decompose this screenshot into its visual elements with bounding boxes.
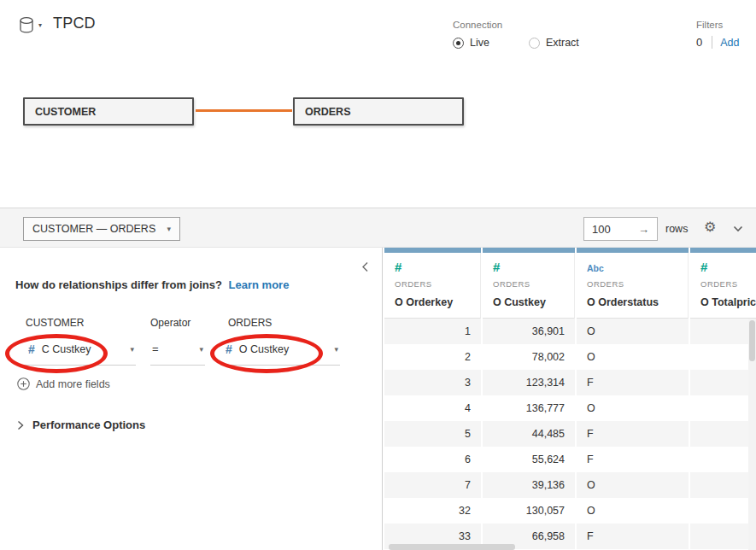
column-header[interactable]: #ORDERSO Custkey (483, 253, 575, 319)
grid-cell: F (577, 421, 689, 447)
number-field-icon: # (700, 260, 756, 277)
chevron-down-icon: ▾ (199, 345, 205, 354)
grid-cell: 46,9 (690, 344, 756, 370)
grid-cell: 173,6 (690, 319, 756, 344)
grid-cell: 32 (384, 498, 481, 524)
grid-cell: O (577, 319, 689, 344)
apply-rows-arrow-icon[interactable]: → (638, 223, 649, 236)
chevron-down-icon: ▾ (38, 21, 42, 29)
grid-cell: 208,6 (690, 498, 756, 524)
column-header[interactable]: #ORDERSO Orderkey (384, 253, 481, 319)
grid-cell: 44,485 (483, 421, 575, 447)
column-field-name: O Custkey (493, 296, 574, 308)
grid-cell: 5 (384, 421, 481, 447)
grid-cell: 7 (384, 472, 481, 498)
grid-cell: O (577, 344, 689, 370)
column-table-name: ORDERS (493, 279, 574, 289)
filters-section: Filters 0 Add (696, 20, 739, 49)
grid-cell: 252,0 (690, 472, 756, 498)
grid-cell: F (577, 524, 689, 549)
performance-options-expander[interactable]: Performance Options (17, 418, 145, 431)
column-field-name: O Orderkey (395, 296, 480, 308)
divider (712, 36, 712, 49)
grid-cell: F (577, 370, 689, 395)
table-node-orders[interactable]: ORDERS (293, 97, 464, 126)
grid-cell: 32, (690, 395, 756, 421)
column-field-name: O Orderstatus (587, 296, 688, 308)
collapse-preview-chevron-icon[interactable] (733, 225, 743, 232)
connection-section: Connection Live Extract (453, 20, 579, 49)
grid-cell: 123,314 (483, 370, 575, 395)
filters-label: Filters (696, 20, 739, 30)
radio-extract[interactable]: Extract (529, 37, 579, 49)
chevron-down-icon: ▾ (167, 225, 171, 233)
grid-cell: 1 (384, 319, 481, 344)
number-field-icon: # (226, 342, 232, 356)
grid-cell: 130,057 (483, 498, 575, 524)
connection-label: Connection (453, 20, 579, 30)
left-table-column-label: CUSTOMER (26, 317, 84, 329)
column-table-name: ORDERS (395, 279, 480, 289)
data-preview-grid: #ORDERSO Orderkey12345673233#ORDERSO Cus… (384, 248, 756, 550)
grid-cell: 136,777 (483, 395, 575, 421)
chevron-down-icon: ▾ (334, 345, 340, 354)
vertical-scrollbar[interactable] (748, 319, 756, 550)
column-field-name: O Totalprice (700, 296, 756, 308)
grid-cell: 78,002 (483, 344, 575, 370)
grid-column: #ORDERSO Custkey36,90178,002123,314136,7… (483, 248, 575, 549)
grid-cell: 58,7 (690, 447, 756, 472)
operator-column-label: Operator (150, 317, 190, 329)
grid-cell: 163,2 (690, 524, 756, 549)
database-icon (19, 16, 36, 34)
collapse-pane-chevron-icon[interactable] (360, 260, 371, 274)
learn-more-link[interactable]: Learn more (229, 278, 290, 291)
relationship-noodle[interactable] (196, 109, 292, 112)
text-field-icon: Abc (587, 260, 688, 277)
horizontal-scrollbar-thumb[interactable] (389, 544, 515, 550)
relationships-help-text: How do relationships differ from joins? … (15, 278, 289, 291)
grid-cell: F (577, 447, 689, 472)
filters-add-button[interactable]: Add (720, 37, 739, 49)
grid-cell: 6 (384, 447, 481, 472)
row-count-input[interactable]: 100 → (583, 217, 658, 241)
rows-label: rows (665, 223, 688, 235)
top-header: ▾ TPCD Connection Live Extract Filters 0 (0, 0, 756, 51)
number-field-icon: # (493, 260, 574, 277)
grid-cell: 3 (384, 370, 481, 395)
chevron-right-icon (17, 420, 24, 430)
grid-cell: O (577, 395, 689, 421)
number-field-icon: # (395, 260, 480, 277)
column-header[interactable]: #ORDERSO Totalprice (690, 253, 756, 319)
column-header[interactable]: AbcORDERSO Orderstatus (577, 253, 689, 319)
column-table-name: ORDERS (700, 279, 756, 289)
plus-circle-icon (17, 377, 30, 390)
grid-column: AbcORDERSO OrderstatusOOFOFFOOF (577, 248, 689, 549)
operator-dropdown[interactable]: = ▾ (150, 333, 205, 366)
grid-cell: O (577, 498, 689, 524)
table-node-customer[interactable]: CUSTOMER (23, 97, 194, 126)
relationship-selector-dropdown[interactable]: CUSTOMER — ORDERS ▾ (23, 217, 180, 241)
filters-count: 0 (696, 36, 702, 49)
radio-selected-icon (453, 38, 464, 49)
chevron-down-icon: ▾ (130, 345, 136, 354)
column-table-name: ORDERS (587, 279, 688, 289)
gear-icon[interactable]: ⚙ (704, 220, 716, 234)
preview-toolbar: CUSTOMER — ORDERS ▾ 100 → rows ⚙ (0, 208, 756, 248)
grid-cell: 39,136 (483, 472, 575, 498)
add-more-fields-button[interactable]: Add more fields (17, 377, 110, 390)
grid-cell: 36,901 (483, 319, 575, 344)
relationship-editor-pane: How do relationships differ from joins? … (0, 248, 383, 550)
grid-cell: 55,624 (483, 447, 575, 472)
radio-unselected-icon (529, 38, 540, 49)
datasource-menu-button[interactable]: ▾ (19, 16, 42, 34)
grid-cell: 193,8 (690, 370, 756, 395)
workarea: How do relationships differ from joins? … (0, 248, 756, 550)
grid-cell: 144,6 (690, 421, 756, 447)
grid-column: #ORDERSO Orderkey12345673233 (384, 248, 481, 549)
logical-canvas: CUSTOMER ORDERS (0, 51, 756, 208)
grid-columns: #ORDERSO Orderkey12345673233#ORDERSO Cus… (384, 248, 756, 549)
radio-live[interactable]: Live (453, 37, 489, 49)
left-field-dropdown[interactable]: # C Custkey ▾ (23, 333, 136, 366)
vertical-scrollbar-thumb[interactable] (749, 320, 755, 361)
right-field-dropdown[interactable]: # O Custkey ▾ (220, 333, 340, 366)
